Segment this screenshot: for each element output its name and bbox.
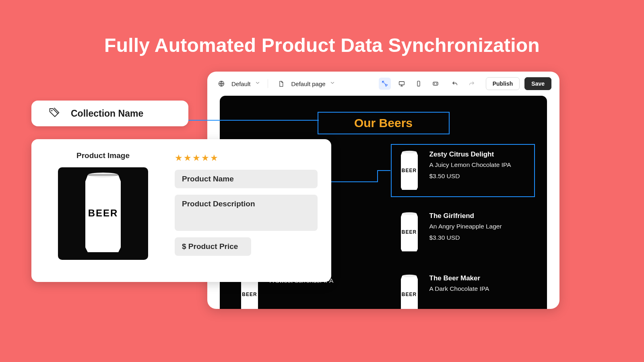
svg-point-8 <box>402 212 417 215</box>
save-button[interactable]: Save <box>524 77 551 90</box>
undo-icon[interactable] <box>449 78 461 90</box>
collection-title: Our Beers <box>354 116 413 130</box>
product-price-field[interactable]: $ Product Price <box>175 237 251 256</box>
product-price: $3.30 USD <box>429 234 502 241</box>
page-label: Default page <box>291 80 326 87</box>
collection-name-card[interactable]: Collection Name <box>31 101 188 126</box>
product-desc: A Dark Chocolate IPA <box>429 285 489 292</box>
page-icon <box>275 78 287 90</box>
product-image-preview[interactable]: BEER <box>58 167 148 260</box>
collection-title-selection[interactable]: Our Beers <box>318 112 450 134</box>
svg-point-11 <box>51 110 53 111</box>
product-cell[interactable]: BEER The Beer Maker A Dark Chocolate IPA <box>392 269 535 309</box>
editor-toolbar: Default Default page <box>207 72 559 96</box>
globe-icon <box>215 78 227 90</box>
svg-point-6 <box>402 151 417 153</box>
star-rating: ★★★★★ <box>175 153 318 163</box>
svg-point-10 <box>402 275 417 277</box>
product-cell[interactable]: BEER The Girlfriend An Angry Pineapple L… <box>392 206 535 259</box>
page-headline: Fully Automated Product Data Synchroniza… <box>0 34 644 56</box>
chevron-down-icon <box>330 80 335 87</box>
svg-point-3 <box>418 85 419 86</box>
mobile-icon[interactable] <box>413 78 425 90</box>
redo-icon[interactable] <box>466 78 478 90</box>
chevron-down-icon <box>255 80 260 87</box>
product-image-label: Product Image <box>76 151 130 160</box>
can-label: BEER <box>242 292 257 297</box>
toolbar-separator <box>268 79 268 88</box>
can-label: BEER <box>402 168 417 173</box>
can-label: BEER <box>402 292 417 297</box>
tag-icon <box>48 107 60 120</box>
product-name: Zesty Citrus Delight <box>429 150 511 158</box>
product-desc: An Angry Pineapple Lager <box>429 223 502 230</box>
theme-label: Default <box>231 80 251 87</box>
publish-button[interactable]: Publish <box>486 77 520 90</box>
svg-rect-4 <box>433 82 438 85</box>
product-name: The Girlfriend <box>429 212 502 220</box>
beer-can-icon: BEER <box>398 211 421 253</box>
desktop-icon[interactable] <box>396 78 408 90</box>
product-cell-selected[interactable]: BEER Zesty Citrus Delight A Juicy Lemon … <box>391 144 535 197</box>
can-label: BEER <box>402 229 417 235</box>
inspector-icon[interactable] <box>379 78 391 90</box>
product-edit-card: Product Image BEER ★★★★★ Product Name Pr… <box>31 139 331 282</box>
beer-can-icon: BEER <box>80 171 126 256</box>
page-selector[interactable]: Default page <box>275 78 335 90</box>
svg-rect-1 <box>399 82 404 85</box>
theme-selector[interactable]: Default <box>215 78 260 90</box>
can-label: BEER <box>88 208 118 219</box>
beer-can-icon: BEER <box>398 150 421 191</box>
collection-name-label: Collection Name <box>71 108 143 119</box>
product-name: The Beer Maker <box>429 274 489 282</box>
product-name-field[interactable]: Product Name <box>175 170 318 188</box>
fullwidth-icon[interactable] <box>429 78 442 90</box>
product-description-field[interactable]: Product Description <box>175 195 318 231</box>
product-desc: A Juicy Lemon Chocolate IPA <box>429 161 511 169</box>
beer-can-icon: BEER <box>398 274 421 309</box>
product-price: $3.50 USD <box>429 173 511 180</box>
